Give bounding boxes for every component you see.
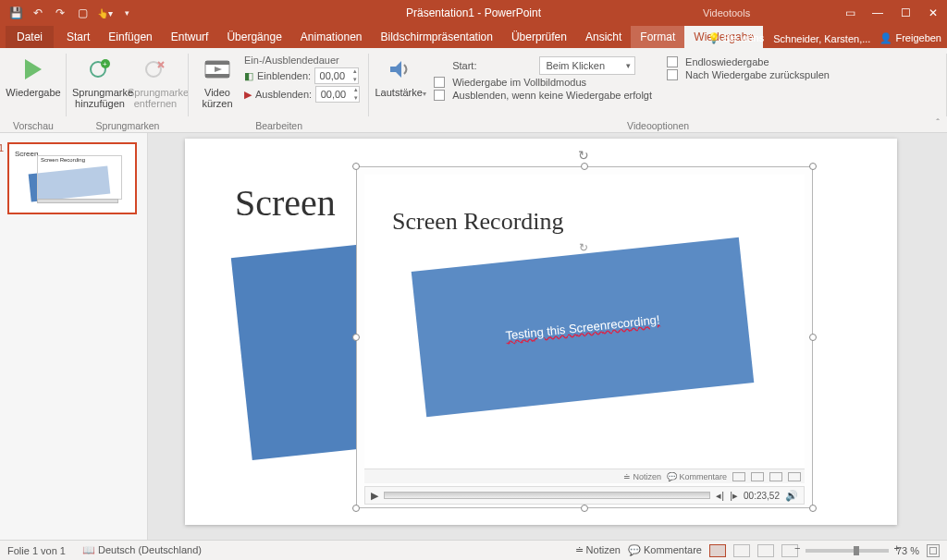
group-label-vorschau: Vorschau [0,120,67,131]
player-play-button[interactable]: ▶ [371,490,378,502]
slide-thumbnail-1[interactable]: Screen Screen Recording [7,142,137,214]
resize-handle-bl[interactable] [352,505,360,512]
tab-start[interactable]: Start [57,26,99,48]
tab-animationen[interactable]: Animationen [291,26,372,48]
slide-title[interactable]: Screen [235,181,336,225]
tab-entwurf[interactable]: Entwurf [162,26,218,48]
loop-checkbox[interactable] [667,56,678,67]
slide-canvas-area[interactable]: Screen Screen Recording Testing this Scr… [148,133,947,540]
inner-rotation-icon [579,241,590,252]
tab-ansicht[interactable]: Ansicht [576,26,631,48]
tab-einfuegen[interactable]: Einfügen [99,26,161,48]
hide-checkbox[interactable] [434,90,445,101]
fit-to-window-icon[interactable] [927,544,940,557]
view-normal-icon[interactable] [709,544,726,557]
player-seek-track[interactable] [384,492,710,499]
thumb-sub-title: Screen Recording [41,157,85,163]
resize-handle-rc[interactable] [809,334,817,341]
collapse-ribbon-icon[interactable]: ˆ [936,117,940,128]
trim-video-icon [203,55,232,84]
resize-handle-lc[interactable] [352,334,360,341]
start-combo[interactable]: Beim Klicken [539,56,635,75]
tab-bildschirmpraesentation[interactable]: Bildschirmpräsentation [372,26,502,48]
fade-out-spinbox[interactable]: 00,00 [315,86,360,103]
fade-duration-header: Ein-/Ausblendedauer [244,55,360,66]
minimize-button[interactable]: — [864,0,892,26]
fade-in-spinbox[interactable]: 00,00 [314,67,359,84]
maximize-button[interactable]: ☐ [892,0,919,26]
view-reading-icon[interactable] [757,544,774,557]
ribbon-tabs: Datei Start Einfügen Entwurf Übergänge A… [0,26,947,48]
svg-text:+: + [103,60,107,68]
signed-in-user[interactable]: Schneider, Karsten,... [773,33,870,44]
touch-mode-icon[interactable]: 👆▾ [94,3,115,23]
view-sorter-icon[interactable] [733,544,750,557]
player-step-fwd-button[interactable]: |▸ [730,490,738,502]
tell-me-field[interactable]: 💡 Sie wüns [707,32,765,44]
ribbon-options-icon[interactable]: ▭ [836,0,864,26]
contextual-tab-title: Videotools [703,7,750,18]
zoom-slider[interactable] [806,549,889,553]
group-bearbeiten: Video kürzen Ein-/Ausblendedauer ◧ Einbl… [189,48,369,133]
video-object-selected[interactable]: Screen Recording Testing this Screenreco… [356,166,813,508]
slide[interactable]: Screen Screen Recording Testing this Scr… [185,139,897,525]
remove-bookmark-icon [141,55,170,84]
status-slide-count[interactable]: Folie 1 von 1 [7,545,66,556]
quick-access-toolbar: 💾 ↶ ↷ ▢ 👆▾ ▾ [0,3,137,23]
zoom-slider-thumb[interactable] [854,546,859,555]
status-notes-button[interactable]: ≐ Notizen [575,544,621,556]
resize-handle-tl[interactable] [352,163,360,170]
fullscreen-checkbox[interactable] [434,77,445,88]
start-from-beginning-icon[interactable]: ▢ [72,3,92,23]
tab-ueberpruefen[interactable]: Überprüfen [502,26,576,48]
rewind-checkbox[interactable] [667,69,678,80]
player-time: 00:23,52 [744,491,780,501]
group-label-sprungmarken: Sprungmarken [67,120,189,131]
tab-format[interactable]: Format [631,26,684,48]
svg-marker-11 [390,61,401,78]
group-label-bearbeiten: Bearbeiten [189,120,369,131]
share-button[interactable]: 👤 Freigeben [879,32,941,44]
slide-thumbnail-pane[interactable]: Screen Screen Recording [0,133,148,540]
hide-label: Ausblenden, wenn keine Wiedergabe erfolg… [452,90,652,101]
resize-handle-bc[interactable] [581,505,588,512]
close-button[interactable]: ✕ [919,0,947,26]
start-label: Start: [452,60,476,71]
undo-icon[interactable]: ↶ [28,3,48,23]
recording-inner-shape: Testing this Screenrecording! [412,237,755,417]
thumb-player-bar [37,199,118,203]
qat-customize-icon[interactable]: ▾ [117,3,137,23]
inner-view-reading-icon [769,472,782,481]
status-comments-button[interactable]: 💬 Kommentare [628,544,702,556]
play-icon [18,55,48,84]
group-sprungmarken: + Sprungmarke hinzufügen Sprungmarke ent… [67,48,189,133]
inner-notes-button: ≐ Notizen [623,472,661,481]
svg-point-4 [146,62,161,77]
redo-icon[interactable]: ↷ [50,3,70,23]
recording-inner-text: Testing this Screenrecording! [505,312,660,342]
inner-view-normal-icon [732,472,745,481]
rotation-handle-icon[interactable] [578,148,591,161]
resize-handle-tr[interactable] [809,163,817,170]
tab-file[interactable]: Datei [6,26,54,48]
group-videooptionen: Lautstärke▾ Start: Beim Klicken Wiederga… [369,48,947,133]
fade-in-label: Einblenden: [257,70,311,81]
inner-statusbar: ≐ Notizen 💬 Kommentare [364,469,805,483]
volume-icon [386,55,415,84]
resize-handle-br[interactable] [809,505,817,512]
tab-uebergaenge[interactable]: Übergänge [217,26,290,48]
save-icon[interactable]: 💾 [6,3,26,23]
svg-marker-0 [25,59,42,79]
player-volume-icon[interactable]: 🔊 [785,490,798,502]
fullscreen-label: Wiedergabe im Vollbildmodus [452,77,586,88]
fade-out-icon: ▶ [244,89,252,101]
resize-handle-tc[interactable] [581,163,588,170]
video-frame[interactable]: Screen Recording Testing this Screenreco… [356,166,813,508]
preview-play-button[interactable]: Wiedergabe [6,51,61,98]
inner-view-sorter-icon [751,472,764,481]
player-step-back-button[interactable]: ◂| [716,490,724,502]
status-language[interactable]: 📖 Deutsch (Deutschland) [82,544,202,556]
ribbon-body: Wiedergabe Vorschau + Sprungmarke hinzuf… [0,48,947,133]
group-label-videooptionen: Videooptionen [369,120,947,131]
inner-view-slideshow-icon [788,472,801,481]
